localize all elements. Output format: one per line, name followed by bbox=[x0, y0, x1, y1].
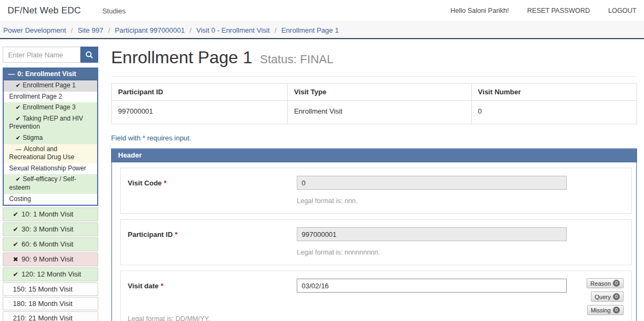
visit-date-format-hint: Legal format is: DD/MM/YY. bbox=[128, 315, 623, 321]
sidebar-visit-150[interactable]: 150: 15 Month Visit bbox=[3, 282, 98, 296]
field-visit-code: Visit Code* Legal format is: nnn. bbox=[120, 168, 632, 214]
sidebar-page-taking-prep[interactable]: ✔Taking PrEP and HIV Prevention bbox=[4, 114, 97, 133]
sidebar-visit-10[interactable]: ✔10: 1 Month Visit bbox=[3, 207, 98, 221]
sidebar-visit-90[interactable]: ✖90: 9 Month Visit bbox=[3, 252, 98, 266]
check-icon: ✔ bbox=[16, 82, 20, 88]
cell-visit-number: 0 bbox=[471, 101, 636, 124]
reason-count-badge: 0 bbox=[613, 280, 620, 287]
visit-label: 150: 15 Month Visit bbox=[13, 285, 72, 293]
search-button[interactable] bbox=[80, 47, 98, 63]
collapse-icon: — bbox=[8, 70, 15, 78]
main-content: Enrollment Page 1 Status: FINAL Particip… bbox=[111, 47, 637, 321]
participant-id-input bbox=[297, 227, 567, 241]
query-button[interactable]: Query 0 bbox=[591, 292, 624, 302]
sidebar-visit-0-header[interactable]: —0: Enrollment Visit bbox=[4, 69, 97, 80]
page-label: Enrollment Page 1 bbox=[23, 81, 76, 89]
visit-code-label: Visit Code* bbox=[128, 176, 297, 187]
plate-search bbox=[3, 47, 98, 63]
field-visit-date: Visit date* Reason 0 Query 0 Missing bbox=[120, 271, 632, 321]
breadcrumb: Power Development / Site 997 / Participa… bbox=[0, 21, 644, 39]
visit-date-label: Visit date* bbox=[128, 279, 297, 290]
visit-label: 60: 6 Month Visit bbox=[21, 240, 74, 248]
status-label: Status: bbox=[260, 53, 296, 66]
sidebar-page-enrollment-page-3[interactable]: ✔Enrollment Page 3 bbox=[4, 102, 97, 114]
logout-link[interactable]: LOGOUT bbox=[608, 7, 636, 14]
page-label: Stigma bbox=[23, 134, 42, 141]
page-label: Costing bbox=[9, 195, 31, 203]
topbar-right: Hello Saloni Parikh! RESET PASSWORD LOGO… bbox=[450, 7, 636, 14]
required-asterisk: * bbox=[164, 179, 166, 187]
col-visit-type: Visit Type bbox=[287, 84, 471, 101]
breadcrumb-separator: / bbox=[189, 26, 192, 34]
col-visit-number: Visit Number bbox=[471, 84, 636, 101]
sidebar-visit-30[interactable]: ✔30: 3 Month Visit bbox=[3, 222, 98, 236]
page-title: Enrollment Page 1 bbox=[111, 48, 252, 68]
visit-group-label: 0: Enrollment Visit bbox=[18, 70, 77, 78]
table-header-row: Participant ID Visit Type Visit Number bbox=[112, 84, 637, 101]
check-icon: ✔ bbox=[13, 271, 18, 278]
nav-studies[interactable]: Studies bbox=[103, 7, 126, 15]
sidebar-page-costing[interactable]: Costing bbox=[4, 194, 97, 205]
sidebar-visit-120[interactable]: ✔120: 12 Month Visit bbox=[3, 267, 98, 281]
field-participant-id: Participant ID* Legal format is: nnnnnnn… bbox=[120, 219, 632, 265]
page-label: Sexual Relationship Power bbox=[9, 165, 86, 172]
topbar: DF/Net Web EDC Studies Hello Saloni Pari… bbox=[0, 0, 644, 21]
visit-code-format-hint: Legal format is: nnn. bbox=[297, 197, 623, 205]
sidebar-visit-60[interactable]: ✔60: 6 Month Visit bbox=[3, 237, 98, 251]
missing-count-badge: 0 bbox=[613, 307, 620, 313]
breadcrumb-page[interactable]: Enrollment Page 1 bbox=[281, 26, 339, 34]
check-icon: ✔ bbox=[16, 135, 20, 141]
status-badge: Status: FINAL bbox=[260, 53, 333, 66]
minus-icon: — bbox=[16, 146, 21, 152]
cell-visit-type: Enrollment Visit bbox=[287, 101, 471, 124]
sidebar-page-enrollment-page-1[interactable]: ✔Enrollment Page 1 bbox=[4, 80, 97, 92]
breadcrumb-participant[interactable]: Participant 997000001 bbox=[115, 26, 185, 34]
visit-label: 180: 18 Month Visit bbox=[13, 300, 72, 308]
sidebar-page-stigma[interactable]: ✔Stigma bbox=[4, 133, 97, 144]
visit-date-input[interactable] bbox=[297, 279, 567, 293]
visit-group-0: —0: Enrollment Visit ✔Enrollment Page 1 … bbox=[3, 68, 98, 206]
breadcrumb-study[interactable]: Power Development bbox=[3, 26, 66, 34]
breadcrumb-visit[interactable]: Visit 0 - Enrollment Visit bbox=[196, 26, 270, 34]
visit-label: 10: 1 Month Visit bbox=[21, 210, 74, 218]
col-participant-id: Participant ID bbox=[112, 84, 288, 101]
visit-label: 30: 3 Month Visit bbox=[21, 225, 74, 233]
title-divider bbox=[111, 76, 637, 77]
check-icon: ✔ bbox=[13, 241, 18, 248]
reason-button[interactable]: Reason 0 bbox=[587, 278, 624, 288]
section-header-title: Header bbox=[111, 148, 637, 162]
status-value: FINAL bbox=[300, 53, 333, 66]
check-icon: ✔ bbox=[13, 226, 18, 233]
breadcrumb-site[interactable]: Site 997 bbox=[78, 26, 104, 34]
check-icon: ✔ bbox=[16, 115, 20, 122]
required-fields-note: Field with * requires input. bbox=[111, 134, 637, 142]
sidebar-visit-210[interactable]: 210: 21 Month Visit bbox=[3, 311, 98, 321]
participant-id-format-hint: Legal format is: nnnnnnnnn. bbox=[297, 249, 623, 256]
sidebar-page-alcohol-drug-use[interactable]: —Alcohol and Recreational Drug Use bbox=[4, 144, 97, 163]
sidebar-page-sexual-relationship-power[interactable]: Sexual Relationship Power bbox=[4, 163, 97, 175]
required-asterisk: * bbox=[161, 282, 164, 290]
form-panel: Visit Code* Legal format is: nnn. Partic… bbox=[111, 162, 637, 321]
missing-button[interactable]: Missing 0 bbox=[587, 305, 624, 315]
plate-search-input[interactable] bbox=[3, 47, 80, 63]
required-asterisk: * bbox=[175, 230, 178, 238]
sidebar-visit-180[interactable]: 180: 18 Month Visit bbox=[3, 297, 98, 310]
visit-list: ✔10: 1 Month Visit ✔30: 3 Month Visit ✔6… bbox=[3, 207, 98, 321]
breadcrumb-separator: / bbox=[108, 26, 110, 34]
sidebar-page-self-efficacy[interactable]: ✔Self-efficacy / Self-esteem bbox=[4, 174, 97, 193]
sidebar-page-enrollment-page-2[interactable]: Enrollment Page 2 bbox=[4, 92, 97, 103]
query-count-badge: 0 bbox=[613, 293, 620, 300]
visit-summary-table: Participant ID Visit Type Visit Number 9… bbox=[111, 83, 637, 124]
page-label: Enrollment Page 3 bbox=[23, 103, 76, 111]
breadcrumb-separator: / bbox=[275, 26, 277, 34]
cross-icon: ✖ bbox=[13, 256, 18, 263]
visit-0-page-list: ✔Enrollment Page 1 Enrollment Page 2 ✔En… bbox=[4, 80, 97, 205]
app-brand: DF/Net Web EDC bbox=[8, 5, 81, 16]
participant-id-label: Participant ID* bbox=[128, 227, 297, 238]
cell-participant-id: 997000001 bbox=[112, 101, 288, 124]
user-greeting: Hello Saloni Parikh! bbox=[450, 7, 509, 14]
reset-password-link[interactable]: RESET PASSWORD bbox=[527, 7, 590, 14]
visit-code-input bbox=[297, 176, 567, 190]
visit-label: 210: 21 Month Visit bbox=[13, 314, 72, 321]
breadcrumb-separator: / bbox=[71, 26, 73, 34]
